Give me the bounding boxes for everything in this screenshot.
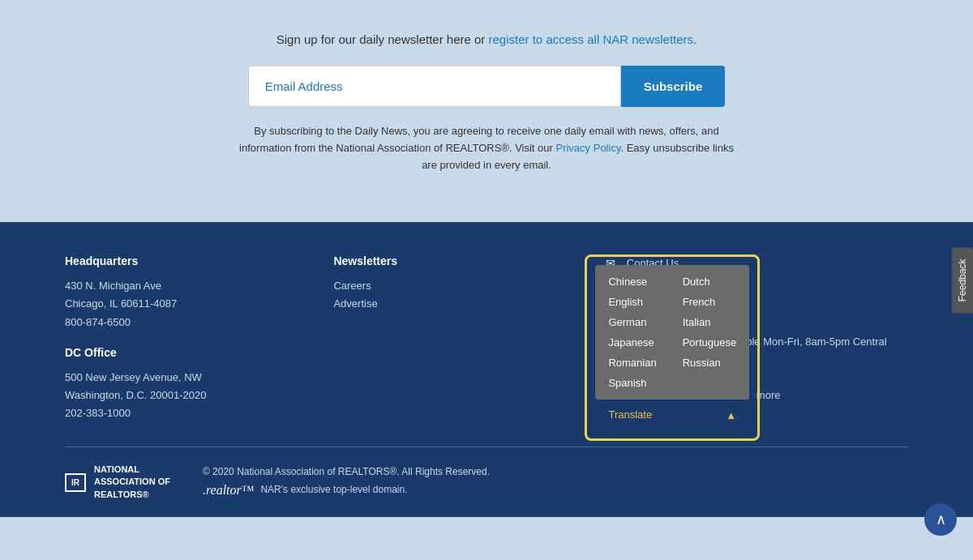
lang-italian[interactable]: Italian [670, 312, 750, 332]
translate-overlay: Chinese English German Japanese Romanian… [585, 254, 760, 441]
newsletters-col: Newsletters Careers Advertise Chinese En… [333, 254, 537, 422]
feedback-label: Feedback [957, 259, 968, 301]
newsletter-section: Sign up for our daily newsletter here or… [0, 0, 973, 222]
advertise-link[interactable]: Advertise [333, 295, 537, 313]
realtor-domain-text: NAR's exclusive top-level domain. [260, 482, 407, 498]
newsletter-form: Subscribe [16, 66, 957, 107]
tagline-prefix: Sign up for our daily newsletter here or [276, 32, 489, 46]
nar-logo-box: IR [65, 473, 86, 492]
lang-col-1: Chinese English German Japanese Romanian… [595, 271, 669, 393]
privacy-policy-link[interactable]: Privacy Policy [555, 142, 620, 154]
lang-japanese[interactable]: Japanese [595, 332, 669, 353]
newsletters-heading: Newsletters [333, 254, 537, 267]
dc-office-heading: DC Office [65, 346, 268, 359]
translate-arrow-icon: ▲ [726, 409, 736, 421]
lang-portuguese[interactable]: Portuguese [670, 332, 750, 353]
newsletter-tagline: Sign up for our daily newsletter here or… [16, 32, 957, 46]
lang-romanian[interactable]: Romanian [595, 353, 669, 373]
nar-logo-initials: IR [71, 478, 79, 487]
hq-address-line1: 430 N. Michigan Ave [65, 277, 268, 295]
hq-address-line2: Chicago, IL 60611-4087 [65, 295, 268, 313]
realtor-domain: .realtor™ NAR's exclusive top-level doma… [203, 480, 490, 501]
nar-logo-text: NATIONALASSOCIATION OFREALTORS® [94, 464, 170, 501]
nar-newsletters-link[interactable]: register to access all NAR newsletters [489, 32, 694, 46]
translate-bar: Translate ▲ [595, 400, 749, 430]
lang-chinese[interactable]: Chinese [595, 271, 669, 292]
dc-address-line1: 500 New Jersey Avenue, NW [65, 369, 268, 387]
more-link[interactable]: more [757, 389, 781, 401]
footer-bottom-right: © 2020 National Association of REALTORS®… [203, 464, 490, 501]
lang-russian[interactable]: Russian [670, 353, 750, 373]
disclaimer-text: By subscribing to the Daily News, you ar… [235, 123, 738, 173]
email-input[interactable] [248, 66, 621, 107]
lang-german[interactable]: German [595, 312, 669, 332]
lang-dutch[interactable]: Dutch [670, 271, 750, 292]
lang-columns: Chinese English German Japanese Romanian… [595, 271, 749, 393]
footer-bottom: IR NATIONALASSOCIATION OFREALTORS® © 202… [65, 447, 908, 501]
dc-phone: 202-383-1000 [65, 404, 268, 422]
tagline-suffix: . [693, 32, 697, 46]
lang-english[interactable]: English [595, 292, 669, 312]
careers-link[interactable]: Careers [333, 277, 537, 295]
footer-top: Headquarters 430 N. Michigan Ave Chicago… [65, 254, 908, 447]
hq-phone: 800-874-6500 [65, 314, 268, 331]
translate-button[interactable]: Translate [608, 406, 652, 424]
lang-spanish[interactable]: Spanish [595, 373, 669, 393]
headquarters-col: Headquarters 430 N. Michigan Ave Chicago… [65, 254, 268, 422]
realtor-logo: .realtor™ [203, 480, 255, 501]
translate-highlight-box: Chinese English German Japanese Romanian… [585, 254, 760, 441]
subscribe-button[interactable]: Subscribe [621, 66, 726, 107]
hq-heading: Headquarters [65, 254, 268, 267]
lang-french[interactable]: French [670, 292, 750, 312]
lang-col-2: Dutch French Italian Portuguese Russian [670, 271, 750, 393]
nar-logo: IR NATIONALASSOCIATION OFREALTORS® [65, 464, 170, 501]
feedback-tab[interactable]: Feedback [952, 247, 973, 313]
footer: Headquarters 430 N. Michigan Ave Chicago… [0, 222, 973, 517]
language-dropdown: Chinese English German Japanese Romanian… [595, 265, 749, 400]
copyright-text: © 2020 National Association of REALTORS®… [203, 464, 490, 480]
chevron-up-icon: ∧ [936, 511, 946, 517]
dc-address-line2: Washington, D.C. 20001-2020 [65, 387, 268, 404]
